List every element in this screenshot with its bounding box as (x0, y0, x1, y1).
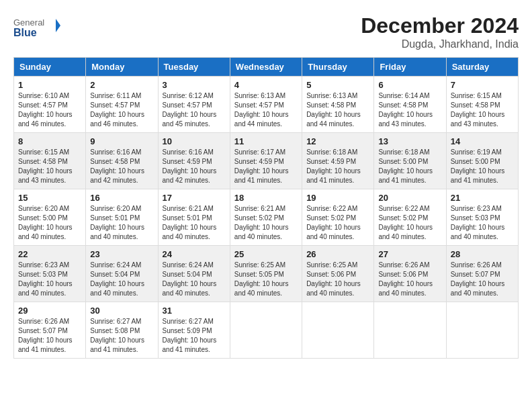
day-info: Sunrise: 6:27 AM Sunset: 5:09 PM Dayligh… (163, 317, 226, 355)
calendar-cell: 17 Sunrise: 6:21 AM Sunset: 5:01 PM Dayl… (158, 189, 230, 246)
sunrise-time: Sunrise: 6:24 AM (90, 261, 141, 269)
calendar-cell: 28 Sunrise: 6:26 AM Sunset: 5:07 PM Dayl… (446, 246, 518, 302)
sunset-time: Sunset: 5:04 PM (163, 271, 212, 278)
daylight-hours: Daylight: 10 hours and 40 minutes. (451, 280, 505, 297)
sunset-time: Sunset: 4:57 PM (90, 101, 140, 109)
sunset-time: Sunset: 4:58 PM (18, 158, 68, 165)
sunset-time: Sunset: 4:59 PM (234, 158, 284, 165)
weekday-header-wednesday: Wednesday (230, 58, 302, 77)
sunrise-time: Sunrise: 6:14 AM (378, 92, 429, 99)
daylight-hours: Daylight: 10 hours and 41 minutes. (378, 167, 433, 184)
day-number: 27 (378, 249, 441, 259)
sunrise-time: Sunrise: 6:26 AM (18, 318, 69, 325)
sunrise-time: Sunrise: 6:16 AM (163, 148, 214, 156)
sunrise-time: Sunrise: 6:11 AM (90, 92, 141, 99)
calendar-cell: 21 Sunrise: 6:23 AM Sunset: 5:03 PM Dayl… (446, 189, 518, 246)
sunset-time: Sunset: 5:05 PM (234, 271, 284, 278)
calendar-cell: 12 Sunrise: 6:18 AM Sunset: 4:59 PM Dayl… (302, 133, 374, 189)
sunrise-time: Sunrise: 6:22 AM (378, 205, 429, 212)
sunset-time: Sunset: 5:06 PM (378, 271, 428, 278)
day-info: Sunrise: 6:18 AM Sunset: 4:59 PM Dayligh… (306, 148, 369, 185)
day-number: 9 (90, 136, 153, 146)
sunrise-time: Sunrise: 6:26 AM (378, 261, 429, 269)
weekday-header-row: SundayMondayTuesdayWednesdayThursdayFrid… (14, 58, 519, 77)
day-info: Sunrise: 6:12 AM Sunset: 4:57 PM Dayligh… (163, 91, 226, 129)
sunrise-time: Sunrise: 6:12 AM (163, 92, 214, 99)
calendar-cell (230, 302, 302, 359)
calendar-cell: 4 Sunrise: 6:13 AM Sunset: 4:57 PM Dayli… (230, 77, 302, 133)
day-info: Sunrise: 6:15 AM Sunset: 4:58 PM Dayligh… (451, 91, 514, 129)
sunset-time: Sunset: 4:57 PM (234, 101, 284, 109)
day-number: 22 (18, 249, 81, 259)
day-info: Sunrise: 6:24 AM Sunset: 5:04 PM Dayligh… (90, 261, 153, 298)
sunset-time: Sunset: 5:01 PM (90, 214, 140, 222)
sunrise-time: Sunrise: 6:13 AM (306, 92, 357, 99)
calendar-cell: 25 Sunrise: 6:25 AM Sunset: 5:05 PM Dayl… (230, 246, 302, 302)
sunrise-time: Sunrise: 6:23 AM (451, 205, 502, 212)
sunset-time: Sunset: 4:58 PM (306, 101, 356, 109)
day-number: 18 (234, 193, 298, 203)
daylight-hours: Daylight: 10 hours and 44 minutes. (234, 111, 289, 128)
calendar-cell: 8 Sunrise: 6:15 AM Sunset: 4:58 PM Dayli… (14, 133, 86, 189)
calendar-cell: 14 Sunrise: 6:19 AM Sunset: 5:00 PM Dayl… (446, 133, 518, 189)
calendar-cell: 26 Sunrise: 6:25 AM Sunset: 5:06 PM Dayl… (302, 246, 374, 302)
day-number: 25 (234, 249, 298, 259)
day-info: Sunrise: 6:21 AM Sunset: 5:02 PM Dayligh… (234, 204, 298, 242)
daylight-hours: Daylight: 10 hours and 40 minutes. (378, 280, 433, 297)
day-info: Sunrise: 6:26 AM Sunset: 5:07 PM Dayligh… (451, 261, 514, 298)
calendar-cell: 1 Sunrise: 6:10 AM Sunset: 4:57 PM Dayli… (14, 77, 86, 133)
sunrise-time: Sunrise: 6:20 AM (18, 205, 69, 212)
day-number: 3 (163, 80, 226, 90)
day-info: Sunrise: 6:15 AM Sunset: 4:58 PM Dayligh… (18, 148, 81, 185)
day-info: Sunrise: 6:26 AM Sunset: 5:07 PM Dayligh… (18, 317, 81, 355)
calendar-cell: 7 Sunrise: 6:15 AM Sunset: 4:58 PM Dayli… (446, 77, 518, 133)
calendar-cell: 22 Sunrise: 6:23 AM Sunset: 5:03 PM Dayl… (14, 246, 86, 302)
sunrise-time: Sunrise: 6:21 AM (163, 205, 214, 212)
weekday-header-friday: Friday (374, 58, 446, 77)
day-number: 15 (18, 193, 81, 203)
day-number: 5 (306, 80, 369, 90)
day-info: Sunrise: 6:18 AM Sunset: 5:00 PM Dayligh… (378, 148, 441, 185)
weekday-header-monday: Monday (86, 58, 158, 77)
day-info: Sunrise: 6:26 AM Sunset: 5:06 PM Dayligh… (378, 261, 441, 298)
day-number: 13 (378, 136, 441, 146)
daylight-hours: Daylight: 10 hours and 40 minutes. (163, 224, 217, 240)
sunset-time: Sunset: 5:02 PM (234, 214, 284, 222)
sunset-time: Sunset: 4:57 PM (18, 101, 68, 109)
svg-marker-2 (56, 19, 60, 32)
calendar-cell: 6 Sunrise: 6:14 AM Sunset: 4:58 PM Dayli… (374, 77, 446, 133)
daylight-hours: Daylight: 10 hours and 41 minutes. (90, 336, 144, 353)
calendar-week-row: 22 Sunrise: 6:23 AM Sunset: 5:03 PM Dayl… (14, 246, 519, 302)
sunset-time: Sunset: 5:08 PM (90, 327, 140, 334)
daylight-hours: Daylight: 10 hours and 40 minutes. (18, 280, 73, 297)
day-number: 11 (234, 136, 298, 146)
day-info: Sunrise: 6:20 AM Sunset: 5:01 PM Dayligh… (90, 204, 153, 242)
day-number: 6 (378, 80, 441, 90)
calendar-cell: 16 Sunrise: 6:20 AM Sunset: 5:01 PM Dayl… (86, 189, 158, 246)
day-info: Sunrise: 6:11 AM Sunset: 4:57 PM Dayligh… (90, 91, 153, 129)
daylight-hours: Daylight: 10 hours and 41 minutes. (306, 167, 361, 184)
calendar-week-row: 1 Sunrise: 6:10 AM Sunset: 4:57 PM Dayli… (14, 77, 519, 133)
calendar-cell: 3 Sunrise: 6:12 AM Sunset: 4:57 PM Dayli… (158, 77, 230, 133)
calendar-cell: 15 Sunrise: 6:20 AM Sunset: 5:00 PM Dayl… (14, 189, 86, 246)
day-number: 31 (163, 306, 226, 316)
logo-icon: General Blue (13, 13, 60, 44)
calendar-cell: 18 Sunrise: 6:21 AM Sunset: 5:02 PM Dayl… (230, 189, 302, 246)
day-info: Sunrise: 6:16 AM Sunset: 4:58 PM Dayligh… (90, 148, 153, 185)
sunrise-time: Sunrise: 6:23 AM (18, 261, 69, 269)
daylight-hours: Daylight: 10 hours and 46 minutes. (18, 111, 73, 128)
day-number: 19 (306, 193, 369, 203)
sunset-time: Sunset: 4:58 PM (378, 101, 428, 109)
daylight-hours: Daylight: 10 hours and 44 minutes. (306, 111, 361, 128)
daylight-hours: Daylight: 10 hours and 40 minutes. (378, 224, 433, 240)
calendar-cell: 13 Sunrise: 6:18 AM Sunset: 5:00 PM Dayl… (374, 133, 446, 189)
daylight-hours: Daylight: 10 hours and 41 minutes. (451, 167, 505, 184)
weekday-header-tuesday: Tuesday (158, 58, 230, 77)
day-number: 10 (163, 136, 226, 146)
day-number: 23 (90, 249, 153, 259)
sunset-time: Sunset: 5:04 PM (90, 271, 140, 278)
sunset-time: Sunset: 4:57 PM (163, 101, 212, 109)
day-number: 14 (451, 136, 514, 146)
sunset-time: Sunset: 5:09 PM (163, 327, 212, 334)
svg-text:Blue: Blue (13, 27, 37, 38)
